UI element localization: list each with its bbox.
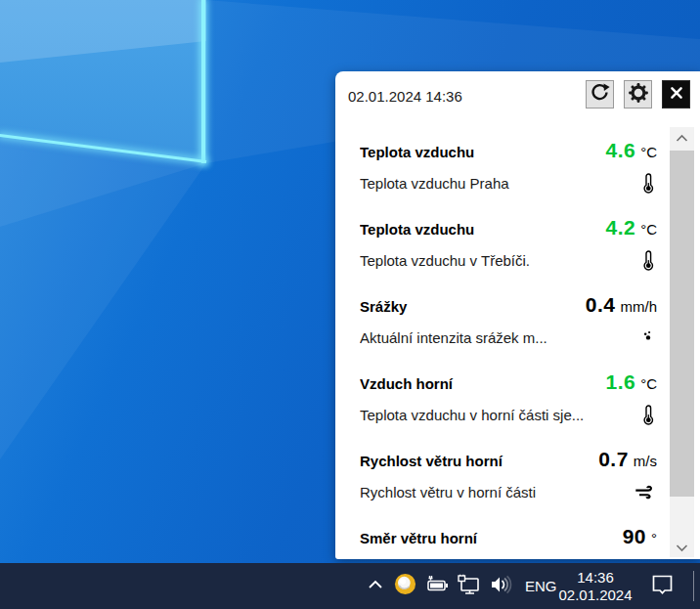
sensor-unit: m/s bbox=[634, 453, 657, 469]
clock-time: 14:36 bbox=[577, 569, 614, 587]
chevron-up-icon bbox=[676, 129, 688, 147]
sensor-row[interactable]: Teplota vzduchu 4.2 °C Teplota vzduchu v… bbox=[360, 216, 657, 293]
sensor-title: Srážky bbox=[360, 298, 407, 315]
sensor-unit: mm/h bbox=[621, 298, 658, 315]
sensor-row[interactable]: Rychlost větru horní 0.7 m/s Rychlost vě… bbox=[360, 448, 657, 525]
taskbar-clock[interactable]: 14:36 02.01.2024 bbox=[558, 563, 633, 609]
widget-scrollbar[interactable] bbox=[670, 127, 694, 557]
gear-icon bbox=[628, 82, 649, 108]
speaker-with-waves-icon bbox=[489, 573, 514, 600]
sensor-unit: °C bbox=[640, 221, 657, 238]
close-button[interactable] bbox=[662, 80, 690, 109]
sensor-row[interactable]: Teplota vzduchu 4.6 °C Teplota vzduchu P… bbox=[360, 139, 657, 216]
no-icon bbox=[634, 557, 657, 559]
show-desktop-divider[interactable] bbox=[693, 571, 694, 601]
sensor-list: Teplota vzduchu 4.6 °C Teplota vzduchu P… bbox=[360, 127, 657, 559]
sensor-value: 1.6 bbox=[605, 370, 635, 394]
tray-app-icon[interactable] bbox=[393, 575, 416, 598]
battery-status[interactable] bbox=[422, 575, 450, 598]
sensor-value: 4.6 bbox=[605, 139, 635, 162]
sensor-unit: ° bbox=[651, 530, 657, 546]
sensor-description: Teplota vzduchu v horní části sje... bbox=[360, 407, 584, 423]
sensor-title: Vzduch horní bbox=[360, 375, 453, 392]
settings-button[interactable] bbox=[624, 80, 652, 109]
sensor-description: Aktuální intenzita srážek m... bbox=[360, 329, 547, 346]
wind-icon bbox=[634, 480, 657, 503]
scrollbar-thumb[interactable] bbox=[670, 151, 694, 497]
sensor-title: Teplota vzduchu bbox=[360, 221, 474, 238]
widget-datetime: 02.01.2024 14:36 bbox=[348, 88, 462, 105]
sensor-description: Teplota vzduchu Praha bbox=[360, 175, 509, 192]
sensor-value: 0.4 bbox=[586, 293, 616, 317]
battery-charging-icon bbox=[423, 573, 450, 600]
sensor-unit: °C bbox=[640, 144, 657, 160]
scrollbar-up-button[interactable] bbox=[670, 127, 694, 148]
sensor-value: 90 bbox=[623, 525, 646, 548]
sensor-row[interactable]: Vzduch horní 1.6 °C Teplota vzduchu v ho… bbox=[360, 370, 657, 448]
chevron-down-icon bbox=[676, 539, 688, 556]
show-hidden-icons-button[interactable] bbox=[364, 575, 387, 598]
close-icon bbox=[667, 83, 686, 107]
sensor-title: Směr větru horní bbox=[360, 530, 477, 546]
wallpaper-glow-edge-vertical bbox=[201, 0, 205, 163]
widget-header: 02.01.2024 14:36 bbox=[335, 71, 700, 127]
scrollbar-down-button[interactable] bbox=[670, 537, 694, 557]
clock-date: 02.01.2024 bbox=[558, 587, 632, 604]
raindrops-icon bbox=[634, 326, 657, 349]
system-tray: ENG bbox=[364, 563, 562, 609]
ethernet-monitor-icon bbox=[457, 573, 482, 600]
sensor-value: 0.7 bbox=[598, 448, 629, 471]
network-status[interactable] bbox=[456, 575, 482, 598]
orange-circle-app-icon bbox=[394, 573, 416, 599]
speech-bubble-icon bbox=[650, 573, 675, 600]
weather-widget-panel: 02.01.2024 14:36 bbox=[335, 71, 700, 559]
refresh-icon bbox=[590, 82, 610, 107]
language-indicator[interactable]: ENG bbox=[520, 578, 562, 594]
sensor-title: Teplota vzduchu bbox=[360, 144, 474, 160]
thermometer-icon bbox=[634, 248, 657, 272]
sensor-unit: °C bbox=[640, 375, 657, 392]
refresh-button[interactable] bbox=[586, 80, 614, 109]
sensor-title: Rychlost větru horní bbox=[360, 453, 503, 469]
thermometer-icon bbox=[634, 403, 657, 426]
sensor-row[interactable]: Směr větru horní 90 ° bbox=[360, 525, 657, 559]
taskbar: ENG 14:36 02.01.2024 bbox=[0, 563, 700, 609]
sensor-description: Rychlost větru v horní části bbox=[360, 484, 536, 500]
sensor-row[interactable]: Srážky 0.4 mm/h Aktuální intenzita sráže… bbox=[360, 293, 657, 370]
volume-status[interactable] bbox=[488, 575, 514, 598]
sensor-description: Teplota vzduchu v Třebíči. bbox=[360, 252, 530, 269]
thermometer-icon bbox=[634, 171, 657, 195]
chevron-up-icon bbox=[367, 578, 384, 595]
action-center-button[interactable] bbox=[649, 574, 675, 599]
sensor-value: 4.2 bbox=[605, 216, 635, 239]
